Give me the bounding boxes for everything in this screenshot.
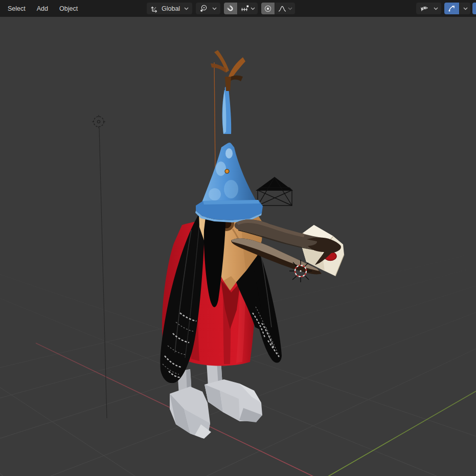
proportional-editing-group xyxy=(261,3,295,14)
snap-increment-icon xyxy=(240,5,250,13)
show-gizmo-toggle[interactable] xyxy=(444,3,459,14)
object-origin-dot[interactable] xyxy=(225,169,229,173)
overlays-toggle-clipped[interactable] xyxy=(472,3,476,14)
proportional-circle-icon xyxy=(264,5,272,13)
gizmo-settings-dropdown[interactable] xyxy=(460,3,470,14)
snap-settings-dropdown[interactable] xyxy=(238,3,258,14)
snap-toggle-button[interactable] xyxy=(224,3,237,14)
menu-object[interactable]: Object xyxy=(55,3,82,14)
pivot-point-dropdown[interactable] xyxy=(196,3,220,14)
menu-select[interactable]: Select xyxy=(3,3,30,14)
chevron-down-icon xyxy=(434,7,438,10)
viewport-header: Select Add Object Global xyxy=(0,0,476,17)
orientation-axes-icon xyxy=(150,5,158,13)
orientation-value: Global xyxy=(162,5,180,12)
blender-window: Select Add Object Global xyxy=(0,0,476,476)
chevron-down-icon xyxy=(212,7,217,10)
pivot-point-icon xyxy=(199,4,208,13)
header-menus: Select Add Object xyxy=(0,3,82,14)
magnet-icon xyxy=(226,5,235,13)
viewport-3d[interactable] xyxy=(0,17,476,476)
visibility-eye-cursor-icon xyxy=(419,5,429,13)
proportional-editing-toggle[interactable] xyxy=(261,3,275,14)
chevron-down-icon xyxy=(463,7,468,10)
scene-canvas xyxy=(0,17,476,476)
header-center-controls: Global xyxy=(147,3,295,14)
object-visibility-dropdown[interactable] xyxy=(416,3,441,14)
chevron-down-icon xyxy=(288,7,292,10)
chevron-down-icon xyxy=(251,7,255,10)
header-right-controls xyxy=(416,3,476,14)
falloff-curve-icon xyxy=(278,5,287,13)
transform-orientation-dropdown[interactable]: Global xyxy=(147,3,192,14)
gizmo-arc-arrow-icon xyxy=(447,4,456,13)
proportional-falloff-dropdown[interactable] xyxy=(275,3,295,14)
menu-add[interactable]: Add xyxy=(32,3,53,14)
snap-group xyxy=(224,3,258,14)
chevron-down-icon xyxy=(184,7,189,10)
